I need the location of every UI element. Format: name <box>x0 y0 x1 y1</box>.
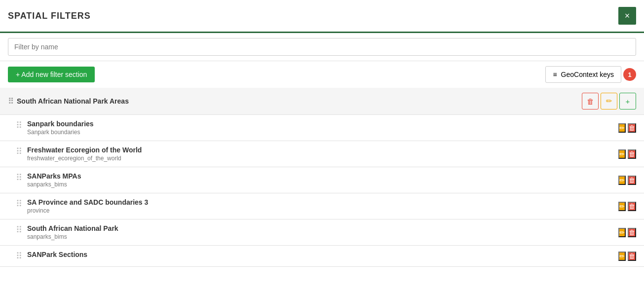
add-filter-section-button[interactable]: + Add new filter section <box>8 67 95 82</box>
item-name: SANPark Sections <box>27 251 87 258</box>
item-left: ⠿ SA Province and SADC boundaries 3 prov… <box>16 198 148 214</box>
item-actions: ✏ 🗑 <box>618 252 636 261</box>
page-title: SPATIAL FILTERS <box>8 11 91 21</box>
item-edit-button[interactable]: ✏ <box>618 176 626 185</box>
item-actions: ✏ 🗑 <box>618 123 636 133</box>
list-item: ⠿ SANPark Sections ✏ 🗑 <box>0 246 644 267</box>
item-info: South African National Park sanparks_bim… <box>27 224 118 240</box>
item-left: ⠿ SANPark Sections <box>16 251 87 261</box>
item-left: ⠿ Sanpark boundaries Sanpark boundaries <box>16 120 94 136</box>
item-info: Freshwater Ecoregion of the World freshw… <box>27 146 142 162</box>
item-delete-button[interactable]: 🗑 <box>628 149 636 159</box>
section-drag-handle[interactable]: ⠿ <box>8 97 13 106</box>
item-info: Sanpark boundaries Sanpark boundaries <box>27 120 94 136</box>
list-item: ⠿ SANParks MPAs sanparks_bims ✏ 🗑 <box>0 167 644 193</box>
item-delete-button[interactable]: 🗑 <box>628 228 636 237</box>
item-name: SA Province and SADC boundaries 3 <box>27 198 148 206</box>
item-drag-handle[interactable]: ⠿ <box>16 120 22 131</box>
header: SPATIAL FILTERS × <box>0 0 644 33</box>
section-edit-button[interactable]: ✏ <box>601 93 617 109</box>
list-item: ⠿ Sanpark boundaries Sanpark boundaries … <box>0 115 644 141</box>
section-add-button[interactable]: + <box>619 93 636 109</box>
item-actions: ✏ 🗑 <box>618 202 636 211</box>
section-delete-button[interactable]: 🗑 <box>582 93 599 109</box>
list-item: ⠿ SA Province and SADC boundaries 3 prov… <box>0 193 644 219</box>
item-key: sanparks_bims <box>27 181 81 188</box>
item-key: Sanpark boundaries <box>27 129 94 136</box>
main-container: SPATIAL FILTERS × + Add new filter secti… <box>0 0 644 291</box>
item-edit-button[interactable]: ✏ <box>618 202 626 211</box>
item-name: South African National Park <box>27 224 118 232</box>
item-actions: ✏ 🗑 <box>618 228 636 237</box>
item-info: SA Province and SADC boundaries 3 provin… <box>27 198 148 214</box>
geocontext-label: GeoContext keys <box>561 71 614 78</box>
item-left: ⠿ Freshwater Ecoregion of the World fres… <box>16 146 142 162</box>
item-edit-button[interactable]: ✏ <box>618 123 626 133</box>
geocontext-badge: 1 <box>623 68 636 81</box>
item-delete-button[interactable]: 🗑 <box>628 202 636 211</box>
item-actions: ✏ 🗑 <box>618 176 636 185</box>
item-name: SANParks MPAs <box>27 172 81 180</box>
item-actions: ✏ 🗑 <box>618 149 636 159</box>
item-drag-handle[interactable]: ⠿ <box>16 198 22 209</box>
section-title-group: ⠿ South African National Park Areas <box>8 97 129 106</box>
item-info: SANParks MPAs sanparks_bims <box>27 172 81 188</box>
list-item: ⠿ South African National Park sanparks_b… <box>0 219 644 246</box>
item-delete-button[interactable]: 🗑 <box>628 176 636 185</box>
item-info: SANPark Sections <box>27 251 87 259</box>
item-edit-button[interactable]: ✏ <box>618 149 626 159</box>
item-edit-button[interactable]: ✏ <box>618 252 626 261</box>
item-key: freshwater_ecoregion_of_the_world <box>27 155 142 162</box>
geocontext-keys-button[interactable]: ≡ GeoContext keys <box>545 66 621 83</box>
item-name: Sanpark boundaries <box>27 120 94 128</box>
item-left: ⠿ SANParks MPAs sanparks_bims <box>16 172 81 188</box>
section-actions: 🗑 ✏ + <box>582 93 636 109</box>
search-input[interactable] <box>8 38 636 56</box>
item-drag-handle[interactable]: ⠿ <box>16 172 22 183</box>
item-delete-button[interactable]: 🗑 <box>628 252 636 261</box>
item-delete-button[interactable]: 🗑 <box>628 123 636 133</box>
item-drag-handle[interactable]: ⠿ <box>16 146 22 157</box>
list-item: ⠿ Freshwater Ecoregion of the World fres… <box>0 141 644 167</box>
geocontext-menu-icon: ≡ <box>553 71 557 78</box>
item-edit-button[interactable]: ✏ <box>618 228 626 237</box>
section-header: ⠿ South African National Park Areas 🗑 ✏ … <box>0 88 644 115</box>
search-bar <box>0 33 644 61</box>
item-key: province <box>27 207 148 214</box>
filter-list: ⠿ Sanpark boundaries Sanpark boundaries … <box>0 115 644 267</box>
actions-row: + Add new filter section ≡ GeoContext ke… <box>0 61 644 88</box>
item-drag-handle[interactable]: ⠿ <box>16 251 22 261</box>
close-button[interactable]: × <box>618 7 636 25</box>
item-left: ⠿ South African National Park sanparks_b… <box>16 224 118 240</box>
item-name: Freshwater Ecoregion of the World <box>27 146 142 154</box>
item-drag-handle[interactable]: ⠿ <box>16 224 22 235</box>
item-key: sanparks_bims <box>27 233 118 240</box>
section-title-text: South African National Park Areas <box>17 97 129 105</box>
